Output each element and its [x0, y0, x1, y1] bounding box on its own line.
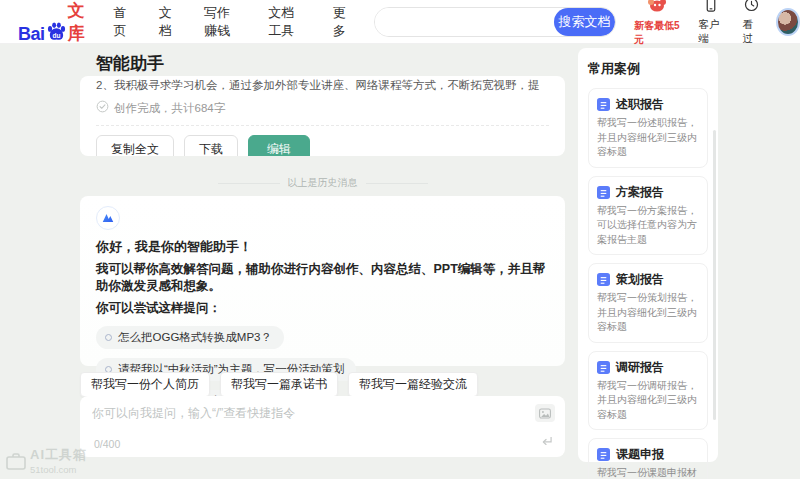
chip-commitment[interactable]: 帮我写一篇承诺书: [220, 372, 338, 397]
doc-icon: [597, 448, 610, 461]
baidu-paw-icon: du: [46, 21, 67, 46]
history-divider-label: 以上是历史消息: [288, 176, 358, 190]
nav-item-earn[interactable]: 写作赚钱: [204, 4, 242, 40]
status-text: 创作完成，共计684字: [114, 101, 225, 116]
site-watermark: AI工具箱 51tool.com: [6, 446, 87, 475]
send-enter-icon[interactable]: [540, 433, 553, 451]
prompt-input[interactable]: [92, 405, 512, 433]
watermark-url: 51tool.com: [30, 464, 87, 475]
generation-status: 创作完成，共计684字: [96, 99, 549, 117]
doc-icon: [597, 186, 610, 199]
nav-item-docs[interactable]: 文档: [159, 4, 178, 40]
clock-icon: [744, 0, 759, 16]
case-planning-report[interactable]: 策划报告 帮我写一份策划报告，并且内容细化到三级内容标题: [588, 263, 708, 343]
sidebar-title: 常用案例: [588, 60, 708, 78]
top-header: Bai du 文库 首页 文档 写作赚钱 文档工具 更多 搜索文档: [0, 0, 800, 44]
baidu-wenku-logo[interactable]: Bai du 文库: [18, 0, 88, 45]
assistant-intro-card: 你好，我是你的智能助手！ 我可以帮你高效解答问题，辅助你进行内容创作、内容总结、…: [80, 196, 565, 366]
logo-bai-text: Bai: [18, 24, 45, 45]
viewed-label: 看过: [742, 18, 760, 46]
suggestion-bullet-icon: [105, 334, 112, 341]
user-avatar[interactable]: [776, 8, 800, 36]
common-cases-sidebar: 常用案例 述职报告 帮我写一份述职报告，并且内容细化到三级内容标题 方案报告 帮…: [578, 48, 718, 462]
assistant-try-label: 你可以尝试这样提问：: [96, 300, 549, 317]
edit-button[interactable]: 编辑: [248, 135, 310, 156]
upload-image-button[interactable]: [535, 404, 555, 422]
chip-resume[interactable]: 帮我写一份个人简历: [80, 372, 210, 397]
toolbox-icon: [6, 452, 26, 470]
mobile-client-icon: [704, 0, 718, 16]
client-entry[interactable]: 客户端: [698, 0, 724, 46]
doc-icon: [597, 361, 610, 374]
copy-full-text-button[interactable]: 复制全文: [96, 135, 174, 156]
assistant-avatar: [96, 206, 120, 230]
assistant-logo-icon: [101, 211, 115, 225]
quick-prompt-chips: 帮我写一份个人简历 帮我写一篇承诺书 帮我写一篇经验交流: [80, 372, 478, 397]
case-debriefing-report[interactable]: 述职报告 帮我写一份述职报告，并且内容细化到三级内容标题: [588, 88, 708, 168]
char-counter: 0/400: [94, 438, 120, 450]
case-project-application[interactable]: 课题申报 帮我写一份课题申报材料，课题自选: [588, 438, 708, 479]
search-bar: 搜索文档: [374, 7, 616, 37]
nav-item-more[interactable]: 更多: [333, 4, 352, 40]
dashed-divider: [96, 125, 549, 126]
assistant-greeting: 你好，我是你的智能助手！: [96, 238, 549, 256]
divider-line-right: [366, 183, 428, 184]
assistant-intro-line: 我可以帮你高效解答问题，辅助你进行内容创作、内容总结、PPT编辑等，并且帮助你激…: [96, 261, 549, 295]
nav-item-home[interactable]: 首页: [114, 4, 133, 40]
case-proposal-report[interactable]: 方案报告 帮我写一份方案报告，可以选择任意内容为方案报告主题: [588, 176, 708, 256]
doc-icon: [597, 98, 610, 111]
image-icon: [539, 408, 551, 419]
logo-wenku-text: 文库: [68, 0, 88, 45]
check-circle-icon: [96, 99, 109, 117]
page-title: 智能助手: [96, 52, 164, 75]
promo-mascot-icon: [646, 0, 668, 17]
case-research-report[interactable]: 调研报告 帮我写一份调研报告，并且内容细化到三级内容标题: [588, 351, 708, 431]
history-divider: 以上是历史消息: [80, 176, 565, 190]
doc-icon: [597, 273, 610, 286]
client-label: 客户端: [698, 18, 724, 46]
search-input[interactable]: [375, 8, 554, 36]
download-button[interactable]: 下载: [184, 135, 238, 156]
watermark-title: AI工具箱: [30, 446, 87, 464]
viewed-entry[interactable]: 看过: [742, 0, 760, 46]
promo-entry[interactable]: 新客最低5元: [634, 0, 680, 47]
search-button[interactable]: 搜索文档: [554, 8, 615, 36]
suggestion-ogg-to-mp3[interactable]: 怎么把OGG格式转换成MP3？: [96, 326, 284, 349]
message-composer: 0/400: [80, 396, 565, 457]
divider-line-left: [218, 183, 280, 184]
sidebar-scrollbar[interactable]: [713, 130, 716, 420]
main-nav: 首页 文档 写作赚钱 文档工具 更多: [114, 4, 352, 40]
promo-label: 新客最低5元: [634, 19, 680, 47]
nav-item-tools[interactable]: 文档工具: [268, 4, 306, 40]
clipped-message-text: 2、我积极寻求学习机会，通过参加外部专业讲座、网络课程等方式，不断拓宽视野，提升…: [96, 76, 549, 91]
history-message-card: 2、我积极寻求学习机会，通过参加外部专业讲座、网络课程等方式，不断拓宽视野，提升…: [80, 76, 565, 156]
chip-experience[interactable]: 帮我写一篇经验交流: [348, 372, 478, 397]
svg-text:du: du: [52, 31, 60, 38]
